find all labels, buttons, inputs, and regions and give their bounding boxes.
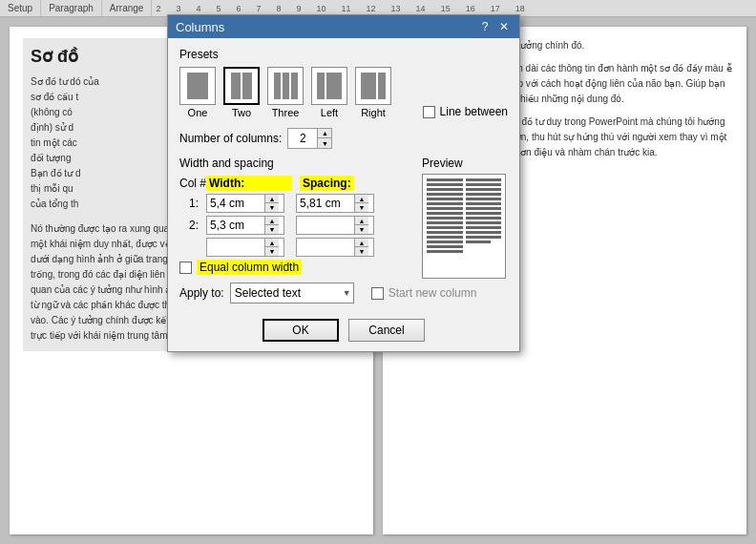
col-hash-header: Col # [179, 177, 206, 190]
close-icon[interactable]: ✕ [496, 19, 512, 34]
col-three-shape [274, 73, 298, 99]
width-header: Width: [206, 176, 292, 191]
num-cols-down[interactable]: ▼ [318, 138, 331, 148]
preset-three[interactable]: Three [267, 67, 304, 118]
ok-button[interactable]: OK [262, 319, 339, 342]
ws-row2-width-spinner: ▲ ▼ [206, 216, 284, 235]
preset-left-icon [311, 67, 347, 105]
apply-to-row: Apply to: Selected text Whole document T… [179, 282, 508, 303]
ws-row1-spacing-spin-btns: ▲ ▼ [354, 195, 368, 212]
ws-row1-spacing-down[interactable]: ▼ [355, 203, 368, 212]
num-cols-row: Number of columns: ▲ ▼ [179, 128, 508, 149]
width-preview-area: Width and spacing Col # Width: Spacing: … [179, 157, 508, 282]
dialog-buttons: OK Cancel [179, 313, 508, 342]
preset-three-icon [267, 67, 304, 105]
ws-row3-width-up[interactable]: ▲ [265, 239, 279, 247]
num-cols-spin-btns: ▲ ▼ [317, 129, 331, 148]
preset-right-icon [355, 67, 391, 105]
dialog-title: Columns [176, 20, 224, 34]
equal-col-label: Equal column width [197, 260, 302, 275]
ws-row1-width-input[interactable] [207, 195, 264, 212]
ws-row3-spacing-spinner: ▲ ▼ [296, 238, 374, 257]
presets-label: Presets [179, 48, 508, 61]
line-between-label: Line between [440, 105, 508, 118]
preview-col2 [466, 178, 502, 274]
start-new-col-area: Start new column [371, 286, 477, 300]
col-left-shape [317, 73, 342, 99]
ws-row1-width-up[interactable]: ▲ [265, 195, 279, 203]
ws-headers: Col # Width: Spacing: [179, 176, 414, 191]
col-right-shape [361, 73, 386, 99]
preset-one[interactable]: One [179, 67, 216, 118]
num-cols-spinner: ▲ ▼ [287, 128, 332, 149]
help-icon[interactable]: ? [477, 19, 493, 34]
dialog-titlebar[interactable]: Columns ? ✕ [168, 15, 519, 38]
ws-row1-spacing-spinner: ▲ ▼ [296, 194, 374, 213]
equal-col-checkbox[interactable] [179, 262, 192, 274]
ws-row2-width-spin-btns: ▲ ▼ [264, 217, 279, 234]
col-one-shape [187, 73, 208, 99]
ws-row1-spacing-input[interactable] [297, 195, 354, 212]
num-cols-input[interactable] [288, 129, 317, 148]
dialog-overlay: Columns ? ✕ Presets One [0, 0, 756, 544]
preset-one-icon [179, 67, 216, 105]
ws-row2-spacing-up[interactable]: ▲ [355, 217, 368, 225]
preset-left-label: Left [321, 107, 338, 118]
ws-row3-width-input[interactable] [207, 239, 264, 256]
apply-to-label: Apply to: [179, 286, 224, 300]
ws-row1-width-down[interactable]: ▼ [265, 203, 279, 212]
ws-row3-width-spinner: ▲ ▼ [206, 238, 284, 257]
ws-row3-spacing-spin-btns: ▲ ▼ [354, 239, 368, 256]
width-spacing-label: Width and spacing [179, 157, 414, 170]
ws-row-1: 1: ▲ ▼ ▲ ▼ [179, 194, 414, 213]
preview-box [422, 174, 506, 279]
preset-right[interactable]: Right [355, 67, 391, 118]
ws-row3-spacing-up[interactable]: ▲ [355, 239, 368, 247]
ws-row2-spacing-down[interactable]: ▼ [355, 225, 368, 234]
columns-dialog: Columns ? ✕ Presets One [167, 14, 520, 352]
line-between-area: Line between [423, 105, 508, 118]
preset-right-label: Right [361, 107, 386, 118]
ws-row3-spacing-input[interactable] [297, 239, 354, 256]
ws-row1-spacing-up[interactable]: ▲ [355, 195, 368, 203]
dialog-content: Presets One Two [168, 38, 519, 351]
apply-to-select-wrapper: Selected text Whole document This point … [230, 282, 354, 303]
ws-row2-width-up[interactable]: ▲ [265, 217, 279, 225]
ws-row-2: 2: ▲ ▼ ▲ ▼ [179, 216, 414, 235]
ws-row2-spacing-spinner: ▲ ▼ [296, 216, 374, 235]
presets-row: One Two [179, 67, 508, 118]
num-cols-up[interactable]: ▲ [318, 129, 331, 138]
apply-to-select[interactable]: Selected text Whole document This point … [230, 282, 354, 303]
ws-row3-spacing-down[interactable]: ▼ [355, 247, 368, 256]
preset-two-icon [223, 67, 260, 105]
ws-row1-width-spinner: ▲ ▼ [206, 194, 284, 213]
ws-row2-spacing-input[interactable] [297, 217, 354, 234]
ws-row1-num: 1: [179, 197, 202, 210]
num-cols-label: Number of columns: [179, 132, 282, 145]
preview-section: Preview [422, 157, 508, 282]
dialog-title-icons: ? ✕ [477, 19, 512, 34]
col-two-shape [231, 73, 252, 99]
preset-one-label: One [188, 107, 208, 118]
start-new-col-label: Start new column [388, 286, 477, 300]
ws-row2-width-input[interactable] [207, 217, 264, 234]
preview-col1 [427, 178, 463, 274]
ws-row2-width-down[interactable]: ▼ [265, 225, 279, 234]
preset-two[interactable]: Two [223, 67, 260, 118]
equal-col-row: Equal column width [179, 260, 414, 275]
ws-row1-width-spin-btns: ▲ ▼ [264, 195, 279, 212]
cancel-button[interactable]: Cancel [348, 319, 425, 342]
ws-row3-width-down[interactable]: ▼ [265, 247, 279, 256]
preset-left[interactable]: Left [311, 67, 347, 118]
width-spacing-area: Width and spacing Col # Width: Spacing: … [179, 157, 414, 282]
start-new-col-checkbox[interactable] [371, 287, 384, 300]
ws-row2-num: 2: [179, 219, 202, 232]
preset-three-label: Three [272, 107, 300, 118]
ws-row-3: ▲ ▼ ▲ ▼ [179, 238, 414, 257]
spacing-header: Spacing: [300, 176, 354, 191]
preview-label: Preview [422, 157, 508, 170]
preset-two-label: Two [232, 107, 251, 118]
line-between-checkbox[interactable] [423, 106, 435, 118]
ws-row3-width-spin-btns: ▲ ▼ [264, 239, 279, 256]
ws-row2-spacing-spin-btns: ▲ ▼ [354, 217, 368, 234]
